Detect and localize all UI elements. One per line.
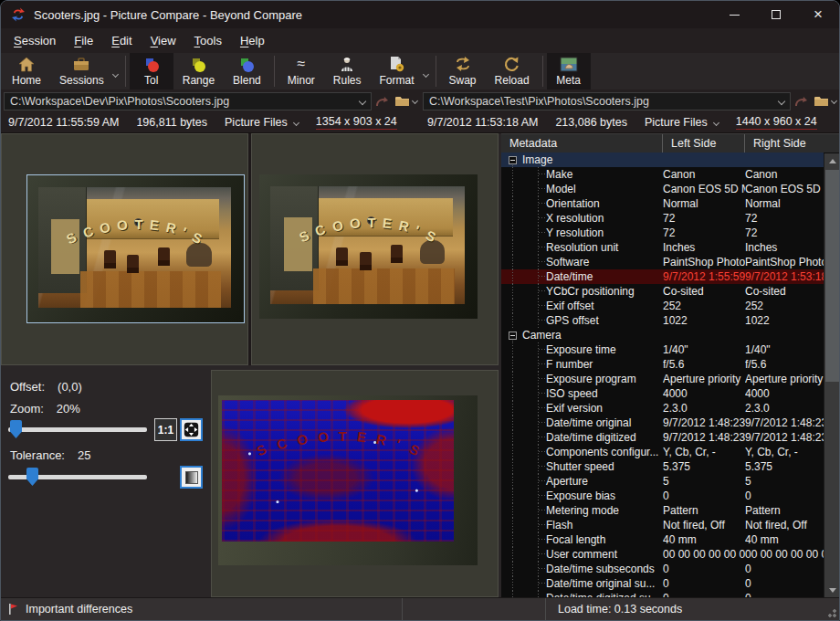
menu-item-view[interactable]: View (142, 30, 185, 51)
resize-grip[interactable] (827, 608, 836, 617)
metadata-row-gps-offset[interactable]: GPS offset10221022 (501, 313, 824, 328)
folder-icon[interactable] (394, 93, 410, 110)
menu-item-tools[interactable]: Tools (185, 30, 231, 51)
menu-item-help[interactable]: Help (231, 30, 274, 51)
metadata-scrollbar[interactable] (824, 153, 839, 597)
metadata-left-value: f/5.6 (663, 358, 745, 371)
metadata-row-exif-version[interactable]: Exif version2.3.02.3.0 (501, 401, 824, 416)
format-dropdown[interactable] (424, 53, 432, 89)
rules-label: Rules (333, 74, 362, 87)
collapse-icon[interactable] (509, 332, 517, 340)
collapse-icon[interactable] (509, 156, 517, 164)
curved-arrow-icon[interactable] (793, 93, 810, 110)
metadata-row-resolution-unit[interactable]: Resolution unitInchesInches (501, 240, 824, 255)
tolerance-slider[interactable] (8, 475, 147, 479)
metadata-row-ycbcr-positioning[interactable]: YCbCr positioningCo-sitedCo-sited (501, 284, 824, 299)
tolerance-mode-button[interactable] (180, 466, 203, 489)
metadata-row-user-comment[interactable]: User comment00 00 00 00 00 00 000 00 00 … (501, 547, 824, 562)
metadata-label: Focal length (546, 533, 605, 546)
title-bar: Scooters.jpg - Picture Compare - Beyond … (1, 1, 839, 28)
scroll-up-arrow[interactable] (824, 153, 839, 168)
folder-icon[interactable] (813, 93, 829, 110)
sessions-dropdown[interactable] (113, 53, 121, 89)
metadata-row-exposure-time[interactable]: Exposure time1/40"1/40" (501, 342, 824, 357)
zoom-slider[interactable] (8, 427, 147, 432)
menu-item-session[interactable]: Session (5, 30, 65, 51)
minor-button[interactable]: ≈Minor (278, 53, 324, 89)
metadata-label: Date/time digitized (546, 431, 636, 444)
home-button[interactable]: Home (3, 53, 50, 89)
left-image[interactable]: SCOOTER'S (26, 174, 245, 323)
metadata-row-metering-mode[interactable]: Metering modePatternPattern (501, 503, 824, 518)
scrollbar-thumb[interactable] (825, 170, 839, 382)
left-file-type-dropdown[interactable]: Picture Files (225, 116, 299, 129)
menu-item-edit[interactable]: Edit (102, 30, 141, 51)
chevron-down-icon[interactable] (412, 98, 418, 104)
right-image-pane[interactable]: SCOOTER'S (251, 133, 499, 365)
metadata-row-aperture[interactable]: Aperture55 (501, 474, 824, 489)
toolbar: HomeSessionsTolRangeBlend≈MinorRulesForm… (1, 53, 839, 89)
metadata-row-software[interactable]: SoftwarePaintShop PhotoPaintShop Photo (501, 255, 824, 269)
blend-button[interactable]: Blend (224, 53, 270, 89)
metadata-row-components-configur[interactable]: Components configur...Y, Cb, Cr, -Y, Cb,… (501, 445, 824, 459)
range-button[interactable]: Range (173, 53, 224, 89)
column-header-right-side[interactable]: Right Side (745, 134, 839, 153)
metadata-row-orientation[interactable]: OrientationNormalNormal (501, 196, 824, 211)
metadata-row-camera[interactable]: Camera (501, 328, 824, 342)
metadata-row-date-time-subseconds[interactable]: Date/time subseconds00 (501, 562, 824, 576)
right-image[interactable]: SCOOTER'S (259, 174, 478, 319)
metadata-row-make[interactable]: MakeCanonCanon (501, 167, 824, 182)
left-path-input[interactable]: C:\Workspace\Dev\Pix\Photos\Scooters.jpg (4, 92, 372, 111)
right-path-input[interactable]: C:\Workspace\Test\Pix\Photos\Scooters.jp… (423, 92, 791, 111)
metadata-row-flash[interactable]: FlashNot fired, OffNot fired, Off (501, 518, 824, 532)
fit-to-window-button[interactable] (180, 418, 203, 441)
reload-button[interactable]: Reload (486, 53, 539, 89)
maximize-button[interactable] (755, 1, 797, 28)
file-info-row: 9/7/2012 11:55:59 AM 196,811 bytes Pictu… (1, 112, 839, 133)
right-file-type-dropdown[interactable]: Picture Files (645, 116, 719, 129)
rules-button[interactable]: Rules (324, 53, 371, 89)
metadata-row-focal-length[interactable]: Focal length40 mm40 mm (501, 532, 824, 547)
metadata-right-value: 9/7/2012 1:48:23 (745, 431, 824, 444)
zoom-slider-thumb[interactable] (10, 420, 22, 438)
difference-pane[interactable]: SCOOTER'S (211, 370, 499, 597)
meta-button[interactable]: Meta (547, 53, 591, 89)
minimize-button[interactable] (713, 1, 755, 28)
metadata-row-exposure-program[interactable]: Exposure programAperture priorityApertur… (501, 372, 824, 386)
metadata-row-date-time-digitized-su[interactable]: Date/time digitized su...00 (501, 591, 824, 597)
close-button[interactable]: × (797, 1, 839, 28)
column-header-left-side[interactable]: Left Side (663, 134, 745, 153)
scroll-down-arrow[interactable] (824, 583, 839, 597)
tol-button[interactable]: Tol (130, 53, 173, 89)
metadata-row-date-time[interactable]: Date/time9/7/2012 1:55:599/7/2012 1:53:1… (501, 269, 824, 284)
left-image-pane[interactable]: SCOOTER'S (1, 133, 248, 365)
metadata-row-model[interactable]: ModelCanon EOS 5D MaCanon EOS 5D Ma (501, 182, 824, 196)
metadata-row-shutter-speed[interactable]: Shutter speed5.3755.375 (501, 459, 824, 474)
swap-button[interactable]: Swap (440, 53, 486, 89)
sessions-button[interactable]: Sessions (50, 53, 113, 89)
chevron-down-icon[interactable] (359, 97, 366, 104)
metadata-row-y-resolution[interactable]: Y resolution7272 (501, 226, 824, 240)
column-header-metadata[interactable]: Metadata (501, 134, 663, 153)
curved-arrow-icon[interactable] (374, 93, 391, 110)
metadata-row-x-resolution[interactable]: X resolution7272 (501, 211, 824, 226)
close-icon: × (814, 5, 823, 24)
chevron-down-icon[interactable] (778, 97, 785, 104)
blend-icon (237, 56, 256, 73)
metadata-row-f-number[interactable]: F numberf/5.6f/5.6 (501, 357, 824, 372)
difference-image[interactable]: SCOOTER'S (218, 395, 478, 565)
metadata-row-exif-offset[interactable]: Exif offset252252 (501, 299, 824, 313)
metadata-label: User comment (546, 548, 617, 561)
metadata-row-iso-speed[interactable]: ISO speed40004000 (501, 386, 824, 401)
metadata-row-date-time-original[interactable]: Date/time original9/7/2012 1:48:239/7/20… (501, 416, 824, 430)
metadata-row-image[interactable]: Image (501, 153, 824, 167)
viewer-controls: Offset: (0,0) Zoom: 20% 1:1 (1, 370, 211, 597)
menu-item-file[interactable]: File (65, 30, 102, 51)
tolerance-slider-thumb[interactable] (26, 468, 38, 486)
chevron-down-icon[interactable] (831, 98, 837, 104)
format-button[interactable]: Format (371, 53, 424, 89)
metadata-row-exposure-bias[interactable]: Exposure bias00 (501, 489, 824, 503)
metadata-row-date-time-original-su[interactable]: Date/time original su...00 (501, 576, 824, 591)
actual-size-button[interactable]: 1:1 (154, 418, 177, 441)
metadata-row-date-time-digitized[interactable]: Date/time digitized9/7/2012 1:48:239/7/2… (501, 430, 824, 445)
